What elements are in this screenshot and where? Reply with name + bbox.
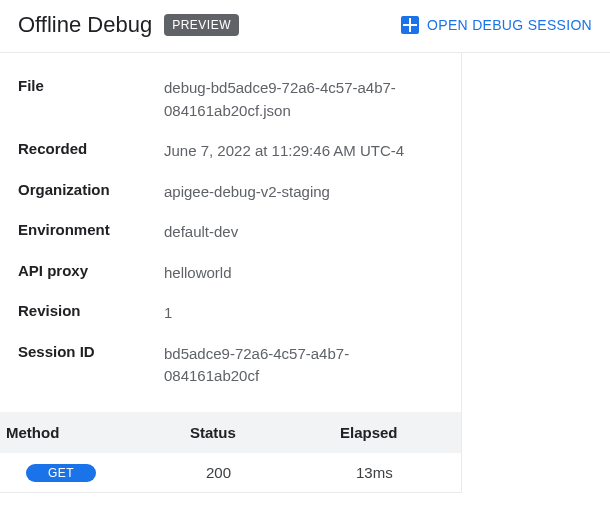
transactions-table-header: Method Status Elapsed: [0, 412, 461, 453]
environment-label: Environment: [18, 221, 160, 244]
preview-badge: PREVIEW: [164, 14, 239, 36]
metadata-grid: File debug-bd5adce9-72a6-4c57-a4b7-08416…: [0, 53, 461, 412]
organization-label: Organization: [18, 181, 160, 204]
organization-value: apigee-debug-v2-staging: [164, 181, 443, 204]
table-row[interactable]: GET 200 13ms: [0, 453, 461, 493]
open-debug-session-button[interactable]: OPEN DEBUG SESSION: [401, 16, 592, 34]
revision-value: 1: [164, 302, 443, 325]
api-proxy-label: API proxy: [18, 262, 160, 285]
col-elapsed: Elapsed: [306, 424, 455, 441]
revision-label: Revision: [18, 302, 160, 325]
header-left: Offline Debug PREVIEW: [18, 12, 239, 38]
cell-method: GET: [6, 463, 156, 482]
open-debug-session-label: OPEN DEBUG SESSION: [427, 17, 592, 33]
recorded-value: June 7, 2022 at 11:29:46 AM UTC-4: [164, 140, 443, 163]
recorded-label: Recorded: [18, 140, 160, 163]
cell-elapsed: 13ms: [306, 464, 455, 481]
file-label: File: [18, 77, 160, 122]
file-value: debug-bd5adce9-72a6-4c57-a4b7-084161ab20…: [164, 77, 443, 122]
details-panel: File debug-bd5adce9-72a6-4c57-a4b7-08416…: [0, 53, 462, 493]
col-method: Method: [6, 424, 156, 441]
session-id-label: Session ID: [18, 343, 160, 388]
cell-status: 200: [156, 464, 306, 481]
panel-wrap: File debug-bd5adce9-72a6-4c57-a4b7-08416…: [0, 53, 610, 493]
environment-value: default-dev: [164, 221, 443, 244]
method-pill: GET: [26, 464, 96, 482]
header: Offline Debug PREVIEW OPEN DEBUG SESSION: [0, 0, 610, 52]
plus-icon: [401, 16, 419, 34]
page-title: Offline Debug: [18, 12, 152, 38]
col-status: Status: [156, 424, 306, 441]
session-id-value: bd5adce9-72a6-4c57-a4b7-084161ab20cf: [164, 343, 443, 388]
api-proxy-value: helloworld: [164, 262, 443, 285]
